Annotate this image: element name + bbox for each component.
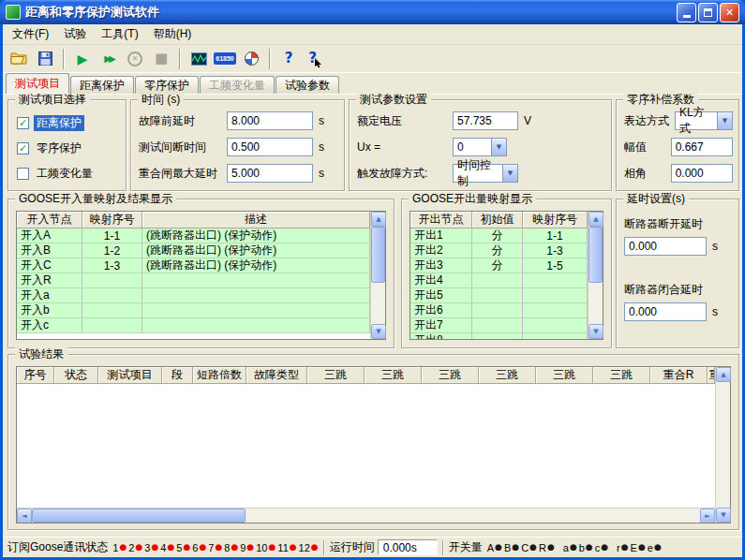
goose-out-row[interactable]: 开出4 [410, 273, 588, 288]
menu-test[interactable]: 试验 [56, 23, 94, 45]
goose-in-row[interactable]: 开入a [17, 288, 370, 303]
checkbox-icon[interactable]: ✓ [17, 142, 29, 155]
chevron-down-icon[interactable]: ▼ [502, 164, 518, 183]
iec61850-button[interactable]: 61850 [213, 47, 237, 71]
scroll-track[interactable] [589, 227, 603, 324]
menu-tools[interactable]: 工具(T) [94, 23, 145, 45]
tab-distance[interactable]: 距离保护 [70, 76, 134, 94]
checkbox-icon[interactable] [17, 168, 29, 180]
trigger-mode-select[interactable]: 时间控制 ▼ [453, 164, 518, 183]
result-vscroll[interactable]: ▲ ▼ [715, 367, 730, 523]
scroll-up-icon[interactable]: ▲ [716, 367, 731, 382]
goose-in-row[interactable]: 开入A1-1(跳断路器出口) (保护动作) [17, 228, 370, 243]
goose-in-row[interactable]: 开入b [17, 303, 370, 318]
goose-out-row[interactable]: 开出5 [410, 288, 588, 303]
goose-in-col-desc[interactable]: 描述 [142, 212, 370, 228]
cancel-button[interactable]: ✕ [123, 47, 147, 71]
scroll-down-icon[interactable]: ▼ [716, 508, 731, 523]
fast-forward-button[interactable]: ▶▶ [97, 47, 121, 71]
tab-test-items[interactable]: 测试项目 [6, 73, 69, 94]
breaker-open-delay-input[interactable]: 0.000 [624, 237, 707, 256]
goose-out-col-init[interactable]: 初始值 [472, 212, 523, 228]
result-body[interactable] [17, 384, 715, 508]
result-col-2[interactable]: 测试项目 [98, 367, 162, 384]
ux-select[interactable]: 0 ▼ [453, 138, 507, 156]
result-col-9[interactable]: 三跳 [479, 367, 536, 384]
menu-file[interactable]: 文件(F) [5, 23, 56, 45]
reclose-max-delay-input[interactable]: 5.000 [227, 164, 313, 183]
test-interval-input[interactable]: 0.500 [227, 138, 313, 156]
angle-input[interactable]: 0.000 [671, 164, 733, 183]
scroll-track[interactable] [32, 508, 700, 523]
stop-button[interactable]: ■ [149, 47, 173, 71]
checkbox-freq-change[interactable]: 工频变化量 [17, 166, 96, 182]
checkbox-zeroseq[interactable]: ✓零序保护 [17, 140, 84, 156]
goose-in-vscroll[interactable]: ▲ ▼ [370, 212, 385, 339]
open-button[interactable] [7, 47, 31, 71]
help-button[interactable]: ? [276, 47, 301, 71]
goose-in-row[interactable]: 开入B1-2(跳断路器出口) (保护动作) [17, 243, 370, 258]
scroll-up-icon[interactable]: ▲ [589, 212, 603, 227]
maximize-button[interactable] [698, 3, 718, 22]
breaker-close-delay-input[interactable]: 0.000 [624, 302, 707, 321]
scroll-left-icon[interactable]: ◄ [17, 508, 32, 523]
goose-out-row[interactable]: 开出8 [410, 333, 588, 339]
result-col-5[interactable]: 故障类型 [246, 367, 307, 384]
scroll-up-icon[interactable]: ▲ [371, 212, 386, 227]
chevron-down-icon[interactable]: ▼ [717, 111, 733, 130]
result-col-8[interactable]: 三跳 [422, 367, 479, 384]
scroll-thumb[interactable] [589, 227, 603, 283]
goose-out-row[interactable]: 开出7 [410, 318, 588, 333]
magnitude-input[interactable]: 0.667 [671, 138, 733, 156]
result-col-13[interactable]: 重 [708, 367, 715, 384]
scroll-thumb[interactable] [371, 227, 385, 283]
minimize-button[interactable] [677, 3, 696, 22]
goose-in-row[interactable]: 开入R [17, 273, 370, 288]
result-hscroll[interactable]: ◄ ► [17, 508, 715, 523]
app-icon [6, 5, 21, 20]
result-col-3[interactable]: 段 [162, 367, 193, 384]
result-col-1[interactable]: 状态 [54, 367, 98, 384]
tab-zeroseq[interactable]: 零序保护 [135, 76, 199, 94]
goose-out-row[interactable]: 开出3分1-5 [410, 258, 588, 273]
checkbox-icon[interactable]: ✓ [17, 117, 29, 129]
save-button[interactable] [33, 47, 57, 71]
result-col-7[interactable]: 三跳 [365, 367, 422, 384]
field-label: 故障前延时 [139, 113, 221, 129]
run-button[interactable]: ▶ [70, 47, 95, 71]
result-col-0[interactable]: 序号 [17, 367, 54, 384]
result-col-11[interactable]: 三跳 [593, 367, 650, 384]
chevron-down-icon[interactable]: ▼ [491, 138, 507, 156]
scroll-track[interactable] [371, 227, 385, 324]
prefault-delay-input[interactable]: 8.000 [227, 111, 313, 130]
context-help-button[interactable]: ? [303, 47, 327, 71]
expression-mode-select[interactable]: KL方式 ▼ [675, 111, 733, 130]
goose-out-row[interactable]: 开出6 [410, 303, 588, 318]
goose-out-row[interactable]: 开出1分1-1 [410, 228, 588, 243]
rated-voltage-input[interactable]: 57.735 [453, 111, 518, 130]
menu-help[interactable]: 帮助(H) [146, 23, 200, 45]
goose-out-col-node[interactable]: 开出节点 [410, 212, 472, 228]
scroll-right-icon[interactable]: ► [700, 508, 715, 523]
checkbox-distance[interactable]: ✓距离保护 [17, 115, 84, 131]
goose-in-col-node[interactable]: 开入节点 [17, 212, 82, 228]
scroll-down-icon[interactable]: ▼ [371, 324, 386, 339]
cancel-icon: ✕ [127, 52, 142, 66]
result-col-6[interactable]: 三跳 [307, 367, 365, 384]
goose-in-col-map[interactable]: 映射序号 [82, 212, 142, 228]
goose-out-row[interactable]: 开出2分1-3 [410, 243, 588, 258]
scroll-down-icon[interactable]: ▼ [589, 324, 603, 339]
tab-test-params[interactable]: 试验参数 [276, 76, 339, 94]
waveform-button[interactable] [186, 47, 211, 71]
goose-out-col-map[interactable]: 映射序号 [523, 212, 588, 228]
goose-in-row[interactable]: 开入C1-3(跳断路器出口) (保护动作) [17, 258, 370, 273]
result-col-4[interactable]: 短路倍数 [193, 367, 246, 384]
goose-in-row[interactable]: 开入c [17, 318, 370, 333]
scroll-track[interactable] [716, 382, 730, 508]
timer-button[interactable] [239, 47, 263, 71]
close-button[interactable]: ✕ [720, 3, 739, 22]
goose-out-vscroll[interactable]: ▲ ▼ [588, 212, 603, 339]
result-col-12[interactable]: 重合R [650, 367, 708, 384]
scroll-thumb[interactable] [32, 508, 246, 523]
result-col-10[interactable]: 三跳 [536, 367, 593, 384]
